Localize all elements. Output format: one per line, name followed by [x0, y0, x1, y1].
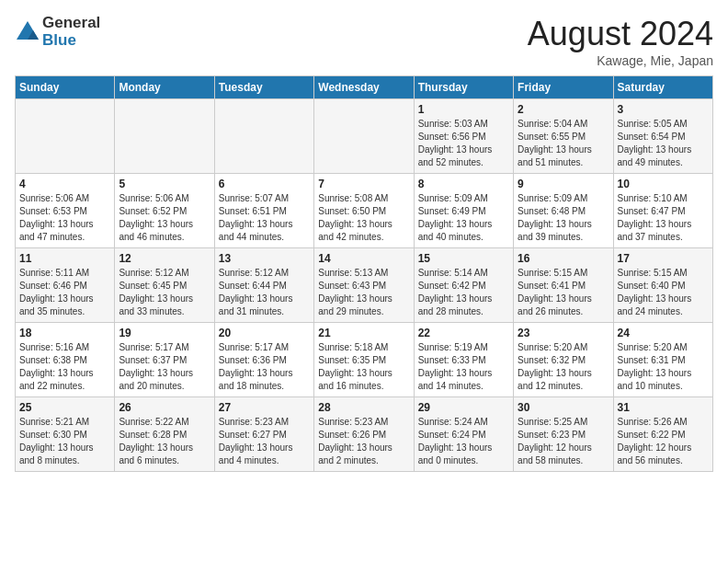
calendar-cell: 3Sunrise: 5:05 AM Sunset: 6:54 PM Daylig… [613, 99, 712, 174]
calendar-cell: 15Sunrise: 5:14 AM Sunset: 6:42 PM Dayli… [414, 248, 513, 323]
day-info: Sunrise: 5:07 AM Sunset: 6:51 PM Dayligh… [219, 192, 310, 244]
calendar-cell [214, 99, 313, 174]
calendar-header-row: SundayMondayTuesdayWednesdayThursdayFrid… [16, 76, 713, 99]
day-info: Sunrise: 5:20 AM Sunset: 6:31 PM Dayligh… [618, 341, 709, 393]
day-info: Sunrise: 5:15 AM Sunset: 6:41 PM Dayligh… [518, 267, 609, 318]
calendar-cell [314, 99, 414, 174]
logo: General Blue [15, 15, 100, 49]
day-info: Sunrise: 5:12 AM Sunset: 6:44 PM Dayligh… [219, 267, 310, 318]
calendar-cell: 17Sunrise: 5:15 AM Sunset: 6:40 PM Dayli… [613, 248, 712, 323]
calendar-week-row: 25Sunrise: 5:21 AM Sunset: 6:30 PM Dayli… [16, 397, 713, 472]
day-info: Sunrise: 5:20 AM Sunset: 6:32 PM Dayligh… [518, 341, 609, 393]
day-info: Sunrise: 5:10 AM Sunset: 6:47 PM Dayligh… [618, 192, 709, 244]
calendar-cell: 5Sunrise: 5:06 AM Sunset: 6:52 PM Daylig… [115, 174, 214, 248]
day-info: Sunrise: 5:23 AM Sunset: 6:26 PM Dayligh… [318, 416, 409, 467]
header-wednesday: Wednesday [314, 76, 414, 99]
day-number: 30 [518, 401, 609, 414]
day-number: 12 [119, 252, 210, 265]
calendar-cell: 13Sunrise: 5:12 AM Sunset: 6:44 PM Dayli… [214, 248, 313, 323]
day-info: Sunrise: 5:03 AM Sunset: 6:56 PM Dayligh… [418, 118, 509, 169]
calendar-cell: 20Sunrise: 5:17 AM Sunset: 6:36 PM Dayli… [214, 323, 313, 397]
day-number: 1 [418, 103, 509, 116]
day-info: Sunrise: 5:18 AM Sunset: 6:35 PM Dayligh… [318, 341, 409, 393]
calendar-cell: 25Sunrise: 5:21 AM Sunset: 6:30 PM Dayli… [16, 397, 115, 472]
day-number: 11 [19, 252, 110, 265]
calendar-cell: 28Sunrise: 5:23 AM Sunset: 6:26 PM Dayli… [314, 397, 414, 472]
page-header: General Blue August 2024 Kawage, Mie, Ja… [15, 15, 713, 68]
calendar-cell: 24Sunrise: 5:20 AM Sunset: 6:31 PM Dayli… [613, 323, 712, 397]
logo-icon [15, 19, 40, 45]
day-info: Sunrise: 5:09 AM Sunset: 6:49 PM Dayligh… [418, 192, 509, 244]
day-info: Sunrise: 5:21 AM Sunset: 6:30 PM Dayligh… [19, 416, 110, 467]
calendar-cell: 23Sunrise: 5:20 AM Sunset: 6:32 PM Dayli… [514, 323, 613, 397]
location: Kawage, Mie, Japan [528, 53, 713, 68]
day-number: 19 [119, 327, 210, 339]
calendar-cell: 22Sunrise: 5:19 AM Sunset: 6:33 PM Dayli… [414, 323, 513, 397]
day-info: Sunrise: 5:23 AM Sunset: 6:27 PM Dayligh… [219, 416, 310, 467]
calendar-cell [115, 99, 214, 174]
day-info: Sunrise: 5:24 AM Sunset: 6:24 PM Dayligh… [418, 416, 509, 467]
day-number: 14 [318, 252, 409, 265]
calendar-week-row: 4Sunrise: 5:06 AM Sunset: 6:53 PM Daylig… [16, 174, 713, 248]
calendar-cell: 2Sunrise: 5:04 AM Sunset: 6:55 PM Daylig… [514, 99, 613, 174]
calendar-cell: 10Sunrise: 5:10 AM Sunset: 6:47 PM Dayli… [613, 174, 712, 248]
day-info: Sunrise: 5:05 AM Sunset: 6:54 PM Dayligh… [618, 118, 709, 169]
day-number: 15 [418, 252, 509, 265]
calendar-cell: 1Sunrise: 5:03 AM Sunset: 6:56 PM Daylig… [414, 99, 513, 174]
logo-general: General [42, 14, 100, 31]
day-info: Sunrise: 5:04 AM Sunset: 6:55 PM Dayligh… [518, 118, 609, 169]
calendar-cell: 6Sunrise: 5:07 AM Sunset: 6:51 PM Daylig… [214, 174, 313, 248]
calendar-cell [16, 99, 115, 174]
header-friday: Friday [514, 76, 613, 99]
day-number: 6 [219, 178, 310, 190]
title-block: August 2024 Kawage, Mie, Japan [528, 15, 713, 68]
calendar-cell: 18Sunrise: 5:16 AM Sunset: 6:38 PM Dayli… [16, 323, 115, 397]
day-info: Sunrise: 5:12 AM Sunset: 6:45 PM Dayligh… [119, 267, 210, 318]
day-info: Sunrise: 5:17 AM Sunset: 6:37 PM Dayligh… [119, 341, 210, 393]
day-number: 8 [418, 178, 509, 190]
calendar-cell: 31Sunrise: 5:26 AM Sunset: 6:22 PM Dayli… [613, 397, 712, 472]
day-number: 9 [518, 178, 609, 190]
day-number: 27 [219, 401, 310, 414]
calendar-cell: 27Sunrise: 5:23 AM Sunset: 6:27 PM Dayli… [214, 397, 313, 472]
header-saturday: Saturday [613, 76, 712, 99]
calendar-week-row: 18Sunrise: 5:16 AM Sunset: 6:38 PM Dayli… [16, 323, 713, 397]
day-info: Sunrise: 5:06 AM Sunset: 6:52 PM Dayligh… [119, 192, 210, 244]
header-monday: Monday [115, 76, 214, 99]
day-number: 4 [19, 178, 110, 190]
day-number: 24 [618, 327, 709, 339]
day-number: 20 [219, 327, 310, 339]
logo-blue: Blue [42, 31, 76, 49]
day-number: 7 [318, 178, 409, 190]
header-thursday: Thursday [414, 76, 513, 99]
day-info: Sunrise: 5:15 AM Sunset: 6:40 PM Dayligh… [618, 267, 709, 318]
calendar-cell: 8Sunrise: 5:09 AM Sunset: 6:49 PM Daylig… [414, 174, 513, 248]
calendar-cell: 26Sunrise: 5:22 AM Sunset: 6:28 PM Dayli… [115, 397, 214, 472]
day-info: Sunrise: 5:25 AM Sunset: 6:23 PM Dayligh… [518, 416, 609, 467]
day-number: 16 [518, 252, 609, 265]
day-info: Sunrise: 5:09 AM Sunset: 6:48 PM Dayligh… [518, 192, 609, 244]
day-info: Sunrise: 5:13 AM Sunset: 6:43 PM Dayligh… [318, 267, 409, 318]
calendar-cell: 4Sunrise: 5:06 AM Sunset: 6:53 PM Daylig… [16, 174, 115, 248]
calendar-cell: 12Sunrise: 5:12 AM Sunset: 6:45 PM Dayli… [115, 248, 214, 323]
day-info: Sunrise: 5:16 AM Sunset: 6:38 PM Dayligh… [19, 341, 110, 393]
day-number: 23 [518, 327, 609, 339]
day-info: Sunrise: 5:22 AM Sunset: 6:28 PM Dayligh… [119, 416, 210, 467]
day-number: 2 [518, 103, 609, 116]
day-number: 29 [418, 401, 509, 414]
day-number: 3 [618, 103, 709, 116]
calendar-cell: 14Sunrise: 5:13 AM Sunset: 6:43 PM Dayli… [314, 248, 414, 323]
day-info: Sunrise: 5:14 AM Sunset: 6:42 PM Dayligh… [418, 267, 509, 318]
day-number: 22 [418, 327, 509, 339]
header-tuesday: Tuesday [214, 76, 313, 99]
calendar-week-row: 11Sunrise: 5:11 AM Sunset: 6:46 PM Dayli… [16, 248, 713, 323]
day-info: Sunrise: 5:19 AM Sunset: 6:33 PM Dayligh… [418, 341, 509, 393]
calendar-cell: 21Sunrise: 5:18 AM Sunset: 6:35 PM Dayli… [314, 323, 414, 397]
calendar-table: SundayMondayTuesdayWednesdayThursdayFrid… [15, 75, 713, 472]
calendar-cell: 30Sunrise: 5:25 AM Sunset: 6:23 PM Dayli… [514, 397, 613, 472]
day-number: 17 [618, 252, 709, 265]
calendar-cell: 9Sunrise: 5:09 AM Sunset: 6:48 PM Daylig… [514, 174, 613, 248]
day-info: Sunrise: 5:26 AM Sunset: 6:22 PM Dayligh… [618, 416, 709, 467]
day-number: 28 [318, 401, 409, 414]
day-number: 5 [119, 178, 210, 190]
